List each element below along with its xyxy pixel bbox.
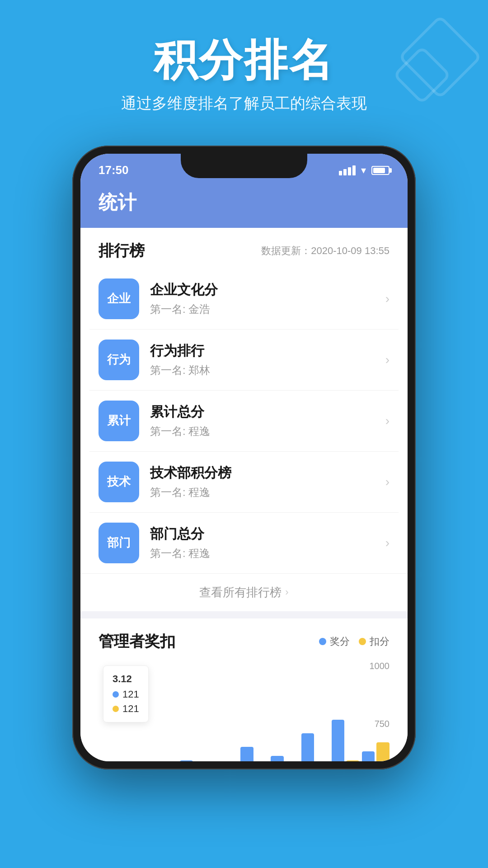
rank-arrow-icon: › [385,414,389,428]
rank-first: 第一名: 郑林 [150,363,385,377]
rank-info: 技术部积分榜 第一名: 程逸 [150,464,385,500]
rank-arrow-icon: › [385,292,389,306]
bar-blue [180,760,193,761]
rewards-title: 管理者奖扣 [99,631,175,652]
view-all-label: 查看所有排行榜 [199,585,282,600]
rank-badge: 行为 [99,340,139,380]
y-label-750: 750 [353,719,389,729]
phone-notch [181,154,307,178]
bar-group [240,747,268,761]
bar-blue [271,756,284,761]
view-all-button[interactable]: 查看所有排行榜 › [80,573,408,611]
rank-first: 第一名: 金浩 [150,302,385,316]
ranking-list: 企业 企业文化分 第一名: 金浩 › 行为 行为排行 第一名: 郑林 › 累计 … [80,269,408,573]
rank-arrow-icon: › [385,475,389,489]
chart-tooltip: 3.12 121 121 [103,665,149,722]
y-label-1000: 1000 [353,661,389,671]
rank-info: 部门总分 第一名: 程逸 [150,525,385,561]
page-title: 积分排名 [0,36,488,84]
tooltip-reward-item: 121 [113,689,139,700]
legend-reward: 奖分 [319,635,350,648]
rank-name: 部门总分 [150,525,385,543]
page-subtitle: 通过多维度排名了解员工的综合表现 [0,93,488,114]
rank-badge: 累计 [99,401,139,441]
rank-first: 第一名: 程逸 [150,424,385,439]
legend-reward-label: 奖分 [330,635,350,648]
rank-name: 累计总分 [150,403,385,421]
rank-arrow-icon: › [385,536,389,550]
ranking-item[interactable]: 行为 行为排行 第一名: 郑林 › [89,330,399,391]
screen-scroll[interactable]: 排行榜 数据更新：2020-10-09 13:55 企业 企业文化分 第一名: … [80,228,408,761]
legend-deduct-dot [359,638,366,645]
wifi-icon: ▾ [361,165,366,176]
bar-blue [240,747,253,761]
rank-name: 企业文化分 [150,281,385,299]
signal-icon [339,165,356,175]
bar-group [271,756,298,761]
rankings-title: 排行榜 [99,241,145,261]
chart-legend: 奖分 扣分 [319,635,389,648]
bar-group [301,733,329,761]
rank-badge: 企业 [99,278,139,319]
rank-first: 第一名: 程逸 [150,485,385,500]
ranking-item[interactable]: 累计 累计总分 第一名: 程逸 › [89,391,399,452]
tooltip-deduct-dot [113,706,119,712]
legend-deduct: 扣分 [359,635,389,648]
rank-first: 第一名: 程逸 [150,546,385,561]
status-icons: ▾ [339,165,389,176]
phone-mockup: 17:50 ▾ 统计 [72,146,416,769]
app-header-title: 统计 [99,190,389,215]
legend-deduct-label: 扣分 [370,635,389,648]
legend-reward-dot [319,638,326,645]
rank-badge: 部门 [99,523,139,563]
tooltip-deduct-value: 121 [122,703,139,715]
tooltip-reward-value: 121 [122,689,139,700]
rank-info: 企业文化分 第一名: 金浩 [150,281,385,316]
ranking-item[interactable]: 部门 部门总分 第一名: 程逸 › [89,513,399,573]
rank-name: 行为排行 [150,342,385,360]
rankings-section: 排行榜 数据更新：2020-10-09 13:55 企业 企业文化分 第一名: … [80,228,408,611]
app-header: 统计 [80,181,408,228]
tooltip-deduct-item: 121 [113,703,139,715]
rank-badge: 技术 [99,462,139,502]
chart-area: 3.12 121 121 [99,661,389,761]
rewards-section: 管理者奖扣 奖分 扣分 [80,618,408,761]
chart-y-axis: 1000 750 500 [353,661,389,761]
bar-blue [301,733,314,761]
battery-icon [371,166,389,175]
bar-blue [332,720,345,761]
tooltip-date: 3.12 [113,673,139,685]
view-all-arrow-icon: › [285,586,288,598]
rank-info: 行为排行 第一名: 郑林 [150,342,385,377]
rankings-update: 数据更新：2020-10-09 13:55 [261,244,389,258]
rank-name: 技术部积分榜 [150,464,385,482]
rank-arrow-icon: › [385,353,389,367]
tooltip-reward-dot [113,691,119,698]
ranking-item[interactable]: 技术 技术部积分榜 第一名: 程逸 › [89,452,399,513]
bar-group [180,760,207,761]
rank-info: 累计总分 第一名: 程逸 [150,403,385,439]
ranking-item[interactable]: 企业 企业文化分 第一名: 金浩 › [89,269,399,330]
status-time: 17:50 [99,163,129,177]
